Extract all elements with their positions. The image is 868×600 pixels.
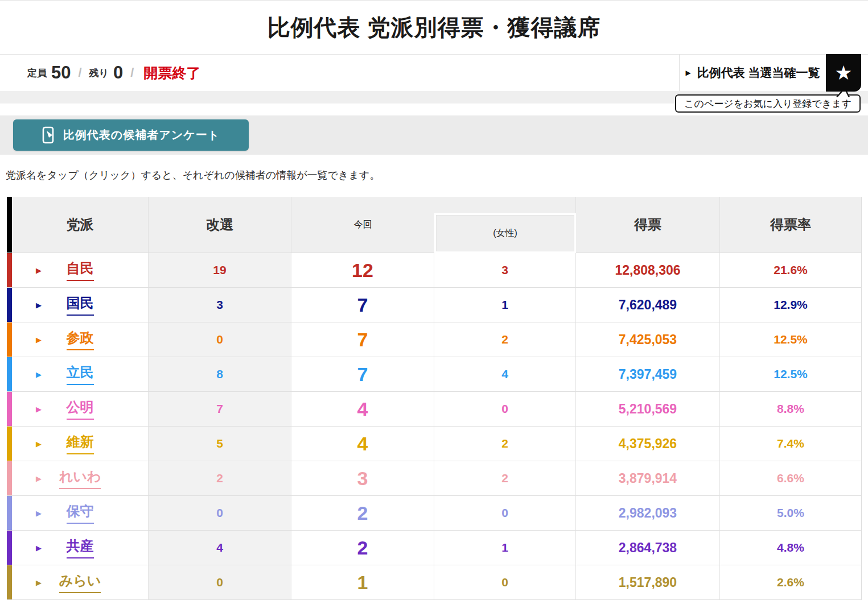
current-seats-value: 1 <box>357 572 368 594</box>
survey-button[interactable]: 比例代表の候補者アンケート <box>13 119 249 151</box>
incumbent-value: 0 <box>216 333 223 346</box>
votes-value: 5,210,569 <box>619 402 677 417</box>
party-cell[interactable]: ▶ 共産 <box>12 531 148 565</box>
female-seats-value: 2 <box>501 333 508 346</box>
vote-rate-value: 8.8% <box>777 402 804 416</box>
header-incumbent: 改選 <box>148 197 291 253</box>
current-seats-value: 2 <box>357 537 368 559</box>
party-cell[interactable]: ▶ 維新 <box>12 427 148 461</box>
row-arrow-icon: ▶ <box>36 474 42 483</box>
votes-cell: 7,425,053 <box>575 322 719 357</box>
row-arrow-icon: ▶ <box>36 336 42 344</box>
party-cell[interactable]: ▶ 自民 <box>12 253 148 287</box>
capacity-label: 定員 <box>27 67 47 80</box>
votes-value: 3,879,914 <box>619 471 677 486</box>
vote-rate-value: 12.9% <box>774 298 808 312</box>
current-seats-value: 7 <box>357 363 368 386</box>
female-seats-value: 4 <box>501 367 508 381</box>
party-name-link[interactable]: みらい <box>59 572 101 593</box>
party-color-strip <box>7 253 12 287</box>
incumbent-value: 8 <box>216 367 223 381</box>
table-row: ▶ みらい 0 1 0 1,517,890 2.6% <box>7 565 861 600</box>
female-seats-value: 0 <box>501 576 508 589</box>
count-finished-status: 開票終了 <box>143 64 200 82</box>
vote-rate-value: 12.5% <box>774 333 808 346</box>
party-name-link[interactable]: 立民 <box>67 363 94 385</box>
vote-rate-cell: 5.0% <box>719 496 861 530</box>
votes-value: 7,397,459 <box>619 367 677 382</box>
votes-cell: 2,864,738 <box>575 531 719 565</box>
vote-rate-value: 7.4% <box>777 437 804 450</box>
page: 比例代表 党派別得票・獲得議席 定員 50 / 残り 0 / 開票終了 ▶ 比例… <box>0 0 868 600</box>
party-cell[interactable]: ▶ 国民 <box>12 288 148 322</box>
survey-phone-pen-icon <box>42 126 55 144</box>
capacity-value: 50 <box>51 63 71 83</box>
party-name-link[interactable]: 保守 <box>67 502 94 524</box>
remaining-label: 残り <box>89 67 109 80</box>
winners-list-link[interactable]: ▶ 比例代表 当選当確一覧 <box>679 55 826 91</box>
current-seats-cell: 7 <box>291 357 434 391</box>
votes-cell: 1,517,890 <box>575 565 719 599</box>
table-row: ▶ 国民 3 7 1 7,620,489 12.9% <box>7 288 861 322</box>
winners-list-link-label: 比例代表 当選当確一覧 <box>697 65 820 81</box>
female-seats-value: 2 <box>501 471 508 485</box>
party-cell[interactable]: ▶ 参政 <box>12 322 148 357</box>
table-row: ▶ 参政 0 7 2 7,425,053 12.5% <box>7 322 861 357</box>
vote-rate-value: 2.6% <box>777 576 804 589</box>
table-row: ▶ 自民 19 12 3 12,808,306 21.6% <box>7 253 861 288</box>
row-arrow-icon: ▶ <box>36 266 42 275</box>
vote-rate-cell: 8.8% <box>719 392 861 426</box>
incumbent-cell: 0 <box>148 496 291 530</box>
vote-rate-value: 4.8% <box>777 541 804 555</box>
party-cell[interactable]: ▶ 保守 <box>12 496 148 530</box>
party-cell[interactable]: ▶ みらい <box>12 565 148 599</box>
party-name-link[interactable]: 維新 <box>67 433 94 454</box>
votes-value: 7,620,489 <box>619 297 677 313</box>
vote-rate-cell: 4.8% <box>719 531 861 565</box>
current-seats-cell: 12 <box>291 253 434 287</box>
party-name-link[interactable]: 自民 <box>67 259 94 281</box>
row-arrow-icon: ▶ <box>36 370 42 379</box>
incumbent-cell: 3 <box>148 288 291 322</box>
votes-value: 2,864,738 <box>619 540 677 556</box>
table-row: ▶ 公明 7 4 0 5,210,569 8.8% <box>7 392 861 427</box>
party-cell[interactable]: ▶ れいわ <box>12 461 148 495</box>
party-name-link[interactable]: 参政 <box>67 329 94 350</box>
link-arrow-icon: ▶ <box>685 69 690 77</box>
survey-strip: 比例代表の候補者アンケート <box>0 115 868 155</box>
slash-divider: / <box>78 65 81 80</box>
vote-rate-cell: 12.9% <box>719 288 861 322</box>
current-seats-cell: 2 <box>291 531 434 565</box>
party-name-link[interactable]: れいわ <box>59 467 101 489</box>
female-seats-cell: 2 <box>434 322 575 357</box>
female-seats-value: 0 <box>501 402 508 416</box>
female-seats-cell: 1 <box>434 531 575 565</box>
party-name-link[interactable]: 公明 <box>67 398 94 420</box>
incumbent-value: 0 <box>216 576 223 589</box>
party-cell[interactable]: ▶ 公明 <box>12 392 148 426</box>
current-seats-cell: 1 <box>291 565 434 599</box>
table-row: ▶ 共産 4 2 1 2,864,738 4.8% <box>7 531 861 565</box>
party-color-strip <box>7 288 12 322</box>
votes-cell: 3,879,914 <box>575 461 719 495</box>
votes-cell: 7,397,459 <box>575 357 719 391</box>
header-vote-rate: 得票率 <box>719 197 861 253</box>
votes-cell: 12,808,306 <box>575 253 719 287</box>
header-female-box: (女性) <box>434 213 576 253</box>
party-color-strip <box>7 496 12 530</box>
female-seats-value: 1 <box>501 541 508 555</box>
incumbent-value: 7 <box>216 402 223 416</box>
table-row: ▶ れいわ 2 3 2 3,879,914 6.6% <box>7 461 861 496</box>
incumbent-value: 3 <box>216 298 223 312</box>
table-row: ▶ 保守 0 2 0 2,982,093 5.0% <box>7 496 861 531</box>
current-seats-cell: 7 <box>291 322 434 357</box>
female-seats-cell: 1 <box>434 288 575 322</box>
favorite-star-button[interactable]: ★ <box>826 54 861 92</box>
current-seats-cell: 7 <box>291 288 434 322</box>
party-name-link[interactable]: 共産 <box>67 537 94 558</box>
party-name-link[interactable]: 国民 <box>67 294 94 316</box>
party-color-strip <box>7 392 12 426</box>
header-female: (女性) <box>493 227 517 239</box>
party-cell[interactable]: ▶ 立民 <box>12 357 148 391</box>
page-title: 比例代表 党派別得票・獲得議席 <box>267 12 600 43</box>
